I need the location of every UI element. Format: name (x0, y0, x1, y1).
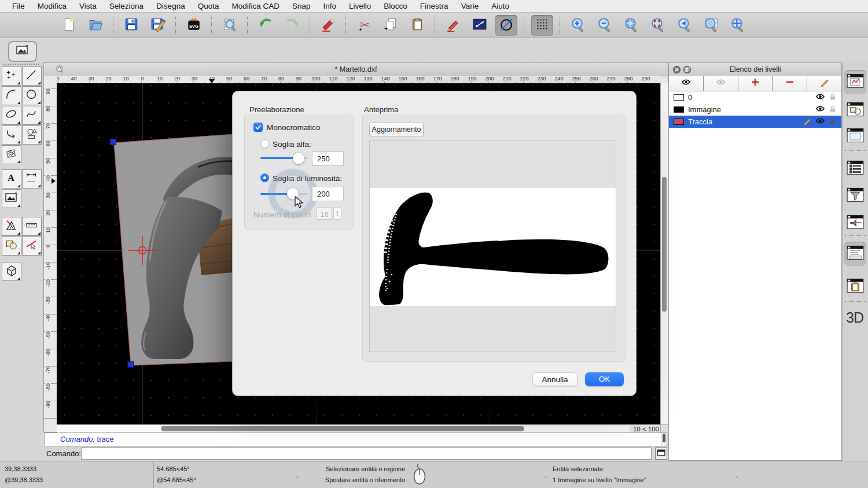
zoom-previous-button[interactable] (674, 15, 696, 36)
layer-row-traccia[interactable]: Traccia (669, 116, 841, 128)
collapse-icon[interactable] (683, 65, 692, 76)
eraser-button[interactable] (317, 15, 339, 36)
selection-handle-bottom[interactable] (127, 361, 134, 368)
brightness-threshold-radio[interactable] (260, 173, 269, 182)
active-tool-image-button[interactable] (8, 41, 37, 62)
3d-panel-toggle[interactable]: 3D (846, 309, 863, 326)
eye-icon[interactable] (815, 93, 825, 102)
tool-drafting[interactable] (2, 217, 21, 236)
close-icon[interactable] (672, 65, 681, 76)
menu-file[interactable]: File (6, 0, 31, 13)
dimension-line-button[interactable] (469, 15, 491, 36)
menu-disegna[interactable]: Disegna (150, 0, 192, 13)
print-preview-button[interactable] (219, 15, 241, 36)
lock-icon[interactable] (829, 93, 837, 103)
menu-blocco[interactable]: Blocco (377, 0, 414, 13)
tool-trim[interactable] (22, 236, 42, 256)
command-input[interactable] (81, 448, 652, 460)
update-preview-button[interactable]: Aggiornamento (369, 123, 424, 136)
horizontal-scrollbar[interactable] (57, 424, 630, 432)
undo-button[interactable] (255, 15, 277, 36)
pan-button[interactable] (727, 15, 749, 36)
layers-panel-toggle[interactable] (844, 70, 866, 94)
blocks-panel-toggle[interactable] (844, 98, 866, 123)
tool-dimension[interactable] (22, 169, 42, 188)
layer-color-swatch[interactable] (674, 106, 684, 113)
layers-panel-title-bar[interactable]: Elenco dei livelli (669, 63, 841, 76)
brightness-value-field[interactable]: 200 (312, 187, 344, 201)
tool-circle[interactable] (22, 86, 42, 105)
document-title-bar[interactable]: * Martello.dxf (44, 63, 668, 76)
eye-icon[interactable] (815, 105, 825, 114)
menu-modifica-cad[interactable]: Modifica CAD (225, 0, 286, 13)
show-all-layers-button[interactable] (669, 76, 704, 91)
menu-snap[interactable]: Snap (286, 0, 317, 13)
menu-aiuto[interactable]: Aiuto (485, 0, 516, 13)
list-panel-toggle[interactable] (844, 157, 866, 181)
zoom-window-button[interactable] (700, 15, 722, 36)
open-button[interactable] (84, 15, 106, 36)
command-history[interactable]: Comando: trace (44, 432, 667, 446)
cancel-button[interactable]: Annulla (532, 372, 578, 386)
clipboard-panel-toggle[interactable] (844, 275, 866, 299)
menu-livello[interactable]: Livello (343, 0, 377, 13)
lock-icon[interactable] (829, 117, 837, 127)
command-panel-toggle[interactable] (844, 242, 866, 266)
new-document-button[interactable] (58, 15, 80, 36)
laser-panel-toggle[interactable] (844, 211, 866, 235)
menu-finestra[interactable]: Finestra (414, 0, 455, 13)
tool-ellipse[interactable] (2, 106, 21, 125)
horizontal-scrollbar-thumb[interactable] (161, 426, 524, 431)
menu-quota[interactable]: Quota (192, 0, 226, 13)
menu-vista[interactable]: Vista (73, 0, 103, 13)
circle-tool-button[interactable] (495, 15, 517, 36)
zoom-selection-button[interactable] (647, 15, 669, 36)
lock-icon[interactable] (829, 105, 837, 115)
tool-hatch[interactable] (2, 145, 21, 164)
vertical-scrollbar[interactable] (660, 83, 668, 424)
redo-button[interactable] (281, 15, 303, 36)
hide-all-layers-button[interactable] (704, 76, 738, 91)
edit-layer-button[interactable] (807, 76, 841, 91)
save-as-button[interactable] (147, 15, 169, 36)
menu-modifica[interactable]: Modifica (31, 0, 73, 13)
menu-info[interactable]: Info (317, 0, 343, 13)
grid-toggle-button[interactable] (531, 15, 553, 36)
alpha-slider-knob[interactable] (293, 153, 304, 164)
tool-spline[interactable] (22, 106, 42, 125)
zoom-out-button[interactable] (594, 15, 616, 36)
tool-box3d[interactable] (2, 262, 21, 281)
copy-button[interactable]: + (380, 15, 402, 36)
command-history-scrollbar[interactable] (661, 433, 667, 446)
draw-pencil-button[interactable] (442, 15, 464, 36)
menu-seleziona[interactable]: Seleziona (103, 0, 150, 13)
layer-color-swatch[interactable] (674, 119, 684, 125)
svg-export-button[interactable]: SVG (183, 15, 205, 36)
tool-image[interactable] (2, 189, 21, 208)
command-window-button[interactable] (655, 448, 667, 460)
ok-button[interactable]: OK (585, 372, 624, 386)
tool-text[interactable]: A (2, 169, 21, 188)
tool-line[interactable] (22, 66, 42, 86)
eye-icon[interactable] (815, 117, 825, 127)
tool-shapes[interactable] (2, 236, 21, 256)
layer-color-swatch[interactable] (674, 94, 684, 101)
add-layer-button[interactable] (738, 76, 773, 91)
menu-varie[interactable]: Varie (455, 0, 486, 13)
cut-button[interactable]: ✂+ (353, 15, 375, 36)
zoom-fit-button[interactable] (620, 15, 642, 36)
alpha-threshold-radio[interactable] (260, 139, 269, 148)
monochrome-checkbox[interactable] (253, 123, 263, 132)
layer-row-0[interactable]: 0 (669, 91, 841, 103)
zoom-in-button[interactable] (567, 15, 589, 36)
filter-panel-toggle[interactable] (844, 184, 866, 208)
save-button[interactable] (120, 15, 142, 36)
layer-row-immagine[interactable]: Immagine (669, 103, 841, 116)
tool-hook[interactable] (2, 125, 21, 145)
properties-panel-toggle[interactable] (844, 124, 866, 149)
selection-handle-top[interactable] (110, 139, 116, 145)
tool-points[interactable] (2, 66, 21, 86)
paste-button[interactable] (406, 15, 428, 36)
tool-polygons[interactable] (22, 125, 42, 145)
tool-ruler[interactable] (22, 217, 42, 236)
